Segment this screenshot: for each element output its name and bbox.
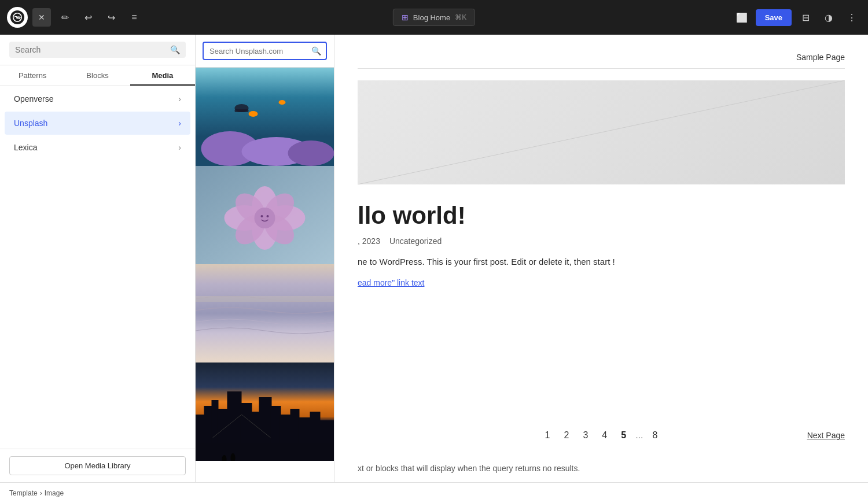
sample-page-link[interactable]: Sample Page	[796, 53, 845, 62]
openverse-label: Openverse	[14, 94, 53, 103]
shortcut-label: ⌘K	[455, 13, 466, 21]
wp-logo: W	[7, 7, 28, 28]
hero-diagonal	[358, 80, 845, 184]
close-button[interactable]: ✕	[32, 8, 51, 27]
svg-point-7	[279, 100, 286, 105]
current-page: 5	[616, 428, 631, 443]
sidebar-tabs: Patterns Blocks Media	[0, 65, 195, 86]
sidebar-item-lexica[interactable]: Lexica ›	[5, 136, 190, 159]
svg-line-44	[358, 80, 845, 184]
tab-media[interactable]: Media	[130, 65, 195, 86]
post-meta: , 2023 Uncategorized	[358, 236, 845, 246]
post-date: , 2023	[358, 236, 380, 246]
svg-rect-23	[196, 296, 334, 302]
sidebar: 🔍 Patterns Blocks Media Openverse › Unsp…	[0, 35, 196, 482]
view-button[interactable]: ⬜	[733, 8, 751, 27]
blog-home-button[interactable]: ⊞ Blog Home ⌘K	[393, 9, 475, 26]
svg-rect-41	[196, 443, 334, 461]
sidebar-footer: Open Media Library	[0, 449, 195, 482]
pagination-wrapper: 1 2 3 4 5 ... 8 Next Page	[334, 416, 868, 454]
contrast-button[interactable]: ◑	[819, 8, 838, 27]
undo-button[interactable]: ↩	[79, 8, 97, 27]
chevron-right-lexica-icon: ›	[178, 143, 181, 152]
save-button[interactable]: Save	[756, 9, 792, 26]
sidebar-search-area: 🔍	[0, 35, 195, 65]
wp-logo-inner: W	[10, 10, 24, 24]
editor-area: Sample Page llo world! , 2023 Uncategori…	[334, 35, 868, 482]
media-search-icon: 🔍	[311, 46, 321, 56]
media-panel: 🔍	[196, 35, 334, 482]
sidebar-nav-items: Openverse › Unsplash › Lexica ›	[0, 86, 195, 449]
page-3[interactable]: 3	[578, 428, 593, 443]
svg-point-20	[261, 215, 263, 217]
post-excerpt: ne to WordPress. This is your first post…	[358, 255, 845, 269]
image-flower	[196, 166, 334, 264]
blog-home-icon: ⊞	[402, 13, 409, 22]
page-dots: ...	[635, 430, 643, 441]
editor-canvas: Sample Page llo world! , 2023 Uncategori…	[334, 35, 868, 416]
search-input[interactable]	[15, 45, 165, 54]
list-view-button[interactable]: ≡	[125, 8, 144, 27]
list-item[interactable]	[196, 166, 334, 264]
unsplash-label: Unsplash	[14, 119, 47, 128]
more-button[interactable]: ⋮	[843, 8, 861, 27]
svg-point-6	[249, 111, 258, 117]
toolbar-right: ⬜ Save ⊟ ◑ ⋮	[733, 8, 861, 27]
svg-point-21	[267, 215, 269, 217]
blog-home-label: Blog Home	[413, 13, 450, 22]
breadcrumb: Template › Image	[0, 482, 868, 503]
post-category: Uncategorized	[389, 236, 442, 246]
image-ocean	[196, 264, 334, 363]
sidebar-item-unsplash[interactable]: Unsplash ›	[5, 112, 190, 135]
breadcrumb-template: Template	[9, 489, 38, 497]
toolbar-center: ⊞ Blog Home ⌘K	[393, 9, 475, 26]
media-search-area: 🔍	[196, 35, 334, 68]
page-1[interactable]: 1	[540, 428, 555, 443]
list-item[interactable]	[196, 363, 334, 461]
breadcrumb-separator: ›	[40, 489, 42, 497]
breadcrumb-image: Image	[45, 489, 64, 497]
svg-rect-22	[196, 264, 334, 363]
media-search-box: 🔍	[203, 42, 327, 60]
svg-point-19	[255, 208, 275, 228]
svg-point-5	[288, 140, 334, 166]
read-more-link[interactable]: ead more" link text	[358, 278, 845, 287]
next-page-button[interactable]: Next Page	[807, 431, 845, 440]
svg-text:W: W	[16, 15, 21, 20]
editor-nav-bar: Sample Page	[358, 46, 845, 69]
svg-rect-9	[235, 109, 249, 112]
open-media-library-button[interactable]: Open Media Library	[9, 456, 186, 475]
chevron-right-icon: ›	[178, 94, 181, 103]
tab-patterns[interactable]: Patterns	[0, 65, 65, 86]
pencil-icon[interactable]: ✏	[56, 8, 74, 27]
lexica-label: Lexica	[14, 143, 37, 152]
no-results-text: xt or blocks that will display when the …	[334, 454, 868, 482]
chevron-right-active-icon: ›	[178, 119, 181, 128]
image-city	[196, 363, 334, 461]
tab-blocks[interactable]: Blocks	[65, 65, 130, 86]
pagination: 1 2 3 4 5 ... 8	[540, 428, 663, 443]
list-item[interactable]	[196, 68, 334, 166]
page-8[interactable]: 8	[648, 428, 662, 443]
search-icon: 🔍	[170, 45, 180, 54]
main-layout: 🔍 Patterns Blocks Media Openverse › Unsp…	[0, 35, 868, 482]
page-2[interactable]: 2	[560, 428, 574, 443]
list-item[interactable]	[196, 264, 334, 363]
redo-button[interactable]: ↪	[102, 8, 120, 27]
sidebar-search-box: 🔍	[9, 42, 186, 58]
media-search-input[interactable]	[209, 47, 307, 56]
hero-placeholder	[358, 80, 845, 184]
post-title: llo world!	[358, 202, 845, 230]
media-images-list	[196, 68, 334, 482]
toolbar: W ✕ ✏ ↩ ↪ ≡ ⊞ Blog Home ⌘K ⬜ Save ⊟ ◑ ⋮	[0, 0, 868, 35]
image-underwater	[196, 68, 334, 166]
layout-button[interactable]: ⊟	[796, 8, 815, 27]
sidebar-item-openverse[interactable]: Openverse ›	[5, 87, 190, 110]
page-4[interactable]: 4	[597, 428, 612, 443]
